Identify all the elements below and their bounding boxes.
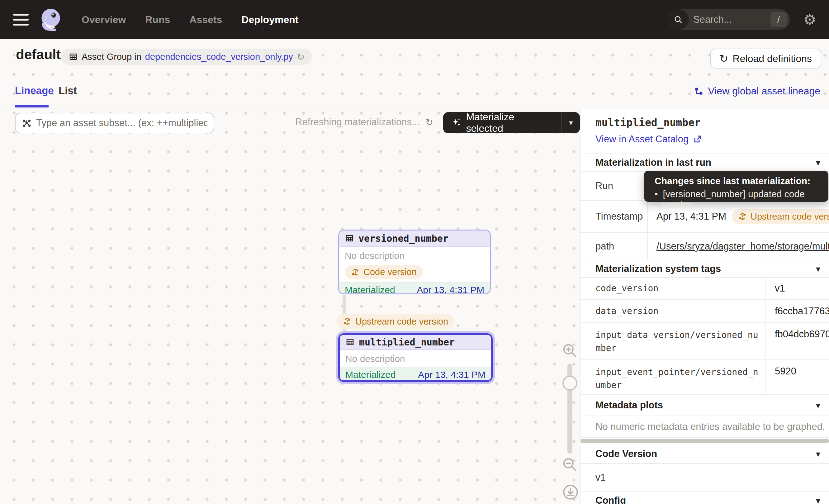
materialize-selected-label: Materialize selected [466,112,553,133]
timestamp-label: Timestamp [580,201,648,232]
asset-group-badge[interactable]: Asset Group in dependencies_code_version… [61,48,312,65]
sparkle-icon [451,117,462,128]
tooltip-title: Changes since last materialization: [655,176,828,186]
refreshing-status: Refreshing materializations... ↻ [295,116,433,128]
asset-node-description: No description [345,250,404,261]
reload-definitions-label: Reload definitions [733,53,812,65]
search-input[interactable] [689,14,770,25]
zoom-slider-handle[interactable] [563,376,577,391]
materialize-selected-main[interactable]: Materialize selected [443,112,562,133]
section-title: Config [596,495,626,504]
asset-subset-input[interactable] [36,117,207,129]
upstream-code-version-tag[interactable]: Upstream code version [732,209,829,224]
nav-item-overview[interactable]: Overview [77,11,131,29]
code-version-value: v1 [580,464,829,492]
primary-nav: Overview Runs Assets Deployment [77,11,303,29]
asset-node-versioned-number[interactable]: versioned_number No description Code ver… [338,229,491,294]
download-image-icon[interactable] [562,483,579,501]
section-materialization-system-tags[interactable]: Materialization system tags ▾ [580,260,829,278]
section-title: Metadata plots [596,400,663,411]
row-input-data-version-tag: input_data_version/versioned_number fb04… [580,323,829,360]
path-value-link[interactable]: /Users/sryza/dagster_home/storage/multip [656,241,829,252]
code-version-changed-tag[interactable]: Code version [345,265,423,279]
section-title: Code Version [596,448,657,460]
tag-value: f6ccba177638 [766,300,829,322]
changes-tooltip: Changes since last materialization: • [v… [644,171,828,202]
changed-sync-icon [351,268,360,277]
table-asset-icon [346,337,355,347]
view-global-asset-lineage-label: View global asset lineage [708,85,820,97]
section-title: Materialization in last run [596,157,711,168]
tag-key: input_event_pointer/versioned_number [580,360,766,394]
refresh-materializations-icon[interactable]: ↻ [425,117,433,128]
row-path: path /Users/sryza/dagster_home/storage/m… [580,233,829,260]
asset-node-footer: Materialized Apr 13, 4:31 PM [340,367,491,382]
nav-item-deployment[interactable]: Deployment [237,11,303,29]
tag-key: input_data_version/versioned_number [580,323,766,359]
view-global-asset-lineage-link[interactable]: View global asset lineage [694,85,820,97]
asset-node-title: versioned_number [358,233,448,244]
asset-group-file-link[interactable]: dependencies_code_version_only.py [145,52,293,62]
collapse-caret-icon[interactable]: ▾ [816,496,820,504]
global-search[interactable]: / [668,9,790,30]
asset-detail-panel: multiplied_number View in Asset Catalog … [580,108,829,504]
nav-item-runs[interactable]: Runs [140,11,175,29]
metadata-plots-empty-message: No numeric metadata entries available to… [580,416,829,438]
view-in-asset-catalog-link[interactable]: View in Asset Catalog [596,134,829,145]
asset-node-footer: Materialized Apr 13, 4:31 PM [339,282,490,294]
tag-key: data_version [580,300,766,322]
asset-node-multiplied-number[interactable]: multiplied_number No description Materia… [338,333,493,382]
dagster-logo[interactable] [37,6,64,33]
asset-group-icon [69,52,78,61]
collapse-caret-icon[interactable]: ▾ [816,400,820,410]
nav-item-assets[interactable]: Assets [184,11,227,29]
run-label: Run [580,172,648,200]
panel-header: multiplied_number View in Asset Catalog [580,108,829,154]
upstream-code-version-tag[interactable]: Upstream code version [337,314,454,329]
timestamp-value[interactable]: Apr 13, 4:31 PM [656,211,726,222]
lineage-schema-icon [694,86,704,96]
tooltip-item-text: [versioned_number] updated code version [663,189,828,210]
lineage-canvas[interactable]: Refreshing materializations... ↻ Materia… [0,108,580,504]
materialization-timestamp-link[interactable]: Apr 13, 4:31 PM [418,369,485,380]
zoom-in-icon[interactable] [561,342,579,359]
zoom-out-icon[interactable] [561,456,579,473]
asset-node-description: No description [346,354,405,364]
collapse-caret-icon[interactable]: ▾ [816,157,820,168]
materialize-dropdown-caret[interactable]: ▾ [562,112,580,133]
external-link-icon [693,135,702,144]
tag-value: fb04dcb69700 [766,323,829,359]
reload-icon: ↻ [719,52,728,65]
asset-node-body: No description [340,350,491,367]
table-asset-icon [345,233,354,243]
collapse-caret-icon[interactable]: ▾ [816,449,820,459]
path-label: path [580,233,648,260]
top-navigation-bar: Overview Runs Assets Deployment / ⚙ [0,0,829,39]
materialize-selected-button[interactable]: Materialize selected ▾ [443,112,580,133]
asset-subset-filter[interactable] [15,113,214,133]
badge-reload-icon[interactable]: ↻ [297,51,304,62]
search-icon [668,9,689,30]
materialized-status: Materialized [345,285,395,294]
section-materialization-in-last-run[interactable]: Materialization in last run ▾ [580,154,829,172]
changed-sync-icon [343,317,352,326]
active-tab-underline [15,105,48,107]
panel-horizontal-scrollbar[interactable] [580,439,829,443]
tab-lineage[interactable]: Lineage [15,85,54,97]
page-title: default [16,47,61,62]
hamburger-menu-icon[interactable] [13,14,29,26]
asset-node-title: multiplied_number [359,337,455,348]
tag-value: v1 [766,278,829,299]
collapse-caret-icon[interactable]: ▾ [816,264,820,274]
tab-list[interactable]: List [59,85,77,97]
settings-gear-icon[interactable]: ⚙ [796,11,823,28]
row-input-event-pointer-tag: input_event_pointer/versioned_number 592… [580,360,829,395]
section-metadata-plots[interactable]: Metadata plots ▾ [580,395,829,416]
section-config[interactable]: Config ▾ [580,492,829,504]
reload-definitions-button[interactable]: ↻ Reload definitions [710,48,821,69]
refreshing-label: Refreshing materializations... [295,116,420,128]
tooltip-bullet: • [655,189,658,210]
tag-key: code_version [580,278,766,299]
section-code-version[interactable]: Code Version ▾ [580,444,829,464]
materialization-timestamp-link[interactable]: Apr 13, 4:31 PM [417,285,484,294]
